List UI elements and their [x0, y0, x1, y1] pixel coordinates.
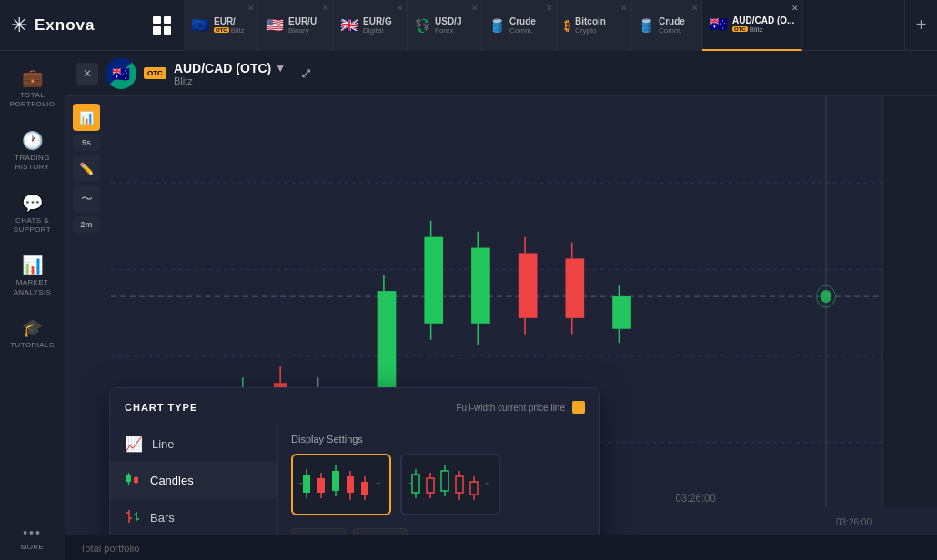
tab-aud-cad[interactable]: ✕ 🇦🇺 AUD/CAD (O...OTCBlitz [702, 0, 802, 51]
svg-text:03:26:00: 03:26:00 [675, 491, 715, 505]
svg-rect-85 [470, 482, 478, 495]
grid-icon[interactable] [146, 9, 178, 42]
svg-rect-68 [361, 482, 368, 495]
add-tab-button[interactable]: + [904, 0, 937, 51]
portfolio-icon: 💼 [22, 67, 44, 88]
sidebar-label: More [21, 543, 45, 551]
tab-close-icon[interactable]: ✕ [471, 4, 479, 13]
display-settings-label: Display Settings [291, 434, 587, 445]
indicator-button[interactable]: 〜 [73, 185, 100, 213]
main-area: ✕ 🇦🇺 OTC AUD/CAD (OTC) ▼ Blitz ⤢ [65, 51, 937, 560]
chart-type-list: 📈 Line [110, 423, 278, 535]
chart-type-candles[interactable]: Candles [110, 462, 277, 499]
tab-usd-forex[interactable]: ✕ 💱 USD/JForex [408, 0, 482, 51]
candle-type-button[interactable]: 📊 [73, 104, 100, 131]
svg-text:→: → [297, 480, 304, 486]
tabs-container: ✕ 🇪🇺 EUR/OTCBlitz ✕ 🇺🇸 EUR/UBinary ✕ 🇬🇧 … [184, 0, 904, 51]
price-line-label: Full-width current price line [457, 403, 566, 413]
chart-type-bars[interactable]: Bars [110, 499, 277, 535]
expand-button[interactable]: ⤢ [300, 65, 312, 82]
bullish-color-button[interactable]: ▼ [291, 528, 346, 535]
chart-area: 📊 5s ✏️ 〜 2m [65, 96, 937, 535]
chart-type-line[interactable]: 📈 Line [110, 426, 277, 462]
tab-close-icon[interactable]: ✕ [620, 4, 628, 13]
tab-close-icon[interactable]: ✕ [247, 4, 255, 13]
svg-rect-56 [303, 475, 310, 493]
timeframe-2m-button[interactable]: 2m [73, 216, 100, 233]
tab-eur-otc[interactable]: ✕ 🇪🇺 EUR/OTCBlitz [184, 0, 258, 51]
svg-rect-18 [378, 291, 397, 388]
tab-name: EUR/ [214, 16, 245, 26]
chat-icon: 💬 [22, 193, 44, 214]
dropdown-arrow-icon[interactable]: ▼ [275, 62, 286, 75]
tab-sub: OTCBlitz [214, 26, 245, 35]
tab-close-icon[interactable]: ✕ [546, 4, 553, 13]
sidebar-item-tutorials[interactable]: 🎓 Tutorials [0, 308, 65, 359]
tab-close-icon[interactable]: ✕ [322, 4, 329, 13]
svg-rect-59 [317, 478, 325, 493]
tab-eur-binary[interactable]: ✕ 🇺🇸 EUR/UBinary [258, 0, 333, 51]
bottom-bar: Total portfolio [65, 535, 937, 560]
bearish-color-button[interactable]: ▼ [353, 528, 408, 535]
svg-rect-24 [471, 248, 490, 324]
analysis-icon: 📊 [22, 255, 44, 275]
sidebar-label: Total Portfolio [4, 91, 61, 110]
chart-type-dropdown: CHART TYPE Full-width current price line… [109, 387, 600, 535]
sidebar-label: Trading History [4, 154, 61, 173]
timeframe-5s-button[interactable]: 5s [73, 135, 100, 151]
tab-crude-1[interactable]: ✕ 🛢️ CrudeComm. [482, 0, 557, 51]
sidebar-label: Tutorials [10, 341, 54, 350]
svg-text:←: ← [485, 480, 491, 486]
price-line-toggle[interactable] [572, 401, 585, 414]
price-axis [882, 96, 937, 507]
tab-eur-digital[interactable]: ✕ 🇬🇧 EUR/GDigital [333, 0, 408, 51]
svg-rect-30 [565, 258, 584, 317]
app-name: Exnova [35, 16, 95, 35]
svg-rect-33 [612, 296, 631, 329]
asset-info: AUD/CAD (OTC) ▼ Blitz [174, 61, 286, 86]
svg-text:←: ← [376, 480, 382, 486]
tab-bitcoin[interactable]: ✕ ₿ BitcoinCrypto [557, 0, 631, 51]
display-settings-panel: Display Settings [278, 423, 599, 535]
candle-preview-filled[interactable]: → ← [291, 454, 391, 515]
svg-rect-38 [126, 475, 131, 482]
sidebar-item-market-analysis[interactable]: 📊 Market Analysis [0, 245, 65, 306]
svg-point-35 [821, 290, 831, 303]
asset-sub: Blitz [174, 75, 286, 86]
inner-toolbar: ✕ 🇦🇺 OTC AUD/CAD (OTC) ▼ Blitz ⤢ [65, 51, 937, 96]
sidebar-item-chats[interactable]: 💬 Chats & Support [0, 184, 65, 245]
draw-tool-button[interactable]: ✏️ [73, 155, 100, 182]
candle-preview-outline[interactable]: → ← [400, 454, 500, 515]
svg-rect-21 [424, 237, 443, 324]
tutorials-icon: 🎓 [22, 317, 44, 338]
sidebar-item-total-portfolio[interactable]: 💼 Total Portfolio [0, 58, 65, 119]
asset-flag: 🇦🇺 [106, 58, 136, 89]
sidebar-label: Market Analysis [4, 278, 61, 297]
asset-name: AUD/CAD (OTC) ▼ [174, 61, 286, 75]
sidebar-item-more[interactable]: ••• More [0, 516, 65, 560]
logo-star-icon: ✳ [11, 14, 27, 37]
svg-rect-73 [412, 475, 419, 493]
bars-chart-icon [125, 508, 141, 527]
svg-text:→: → [407, 480, 413, 486]
svg-rect-79 [441, 471, 448, 491]
svg-rect-82 [456, 476, 463, 493]
close-panel-button[interactable]: ✕ [76, 63, 98, 85]
svg-rect-62 [332, 471, 339, 491]
chart-type-header: CHART TYPE [125, 402, 197, 413]
time-label: 03:26:00 [836, 517, 872, 527]
otc-badge-small: OTC [144, 67, 166, 79]
svg-rect-41 [134, 477, 138, 483]
tab-crude-2[interactable]: ✕ 🛢️ CrudeComm. [631, 0, 702, 51]
logo-area: ✳ Exnova [0, 14, 146, 37]
tab-close-icon[interactable]: ✕ [397, 4, 404, 13]
tab-close-icon[interactable]: ✕ [691, 4, 699, 13]
total-portfolio-label: Total portfolio [80, 543, 139, 554]
candles-chart-icon [125, 471, 141, 490]
svg-rect-27 [519, 253, 538, 317]
tab-close-icon[interactable]: ✕ [791, 4, 799, 13]
sidebar: 💼 Total Portfolio 🕐 Trading History 💬 Ch… [0, 51, 65, 560]
sidebar-item-trading-history[interactable]: 🕐 Trading History [0, 121, 65, 182]
sidebar-label: Chats & Support [4, 216, 61, 235]
chart-tools-panel: 📊 5s ✏️ 〜 2m [73, 104, 100, 233]
